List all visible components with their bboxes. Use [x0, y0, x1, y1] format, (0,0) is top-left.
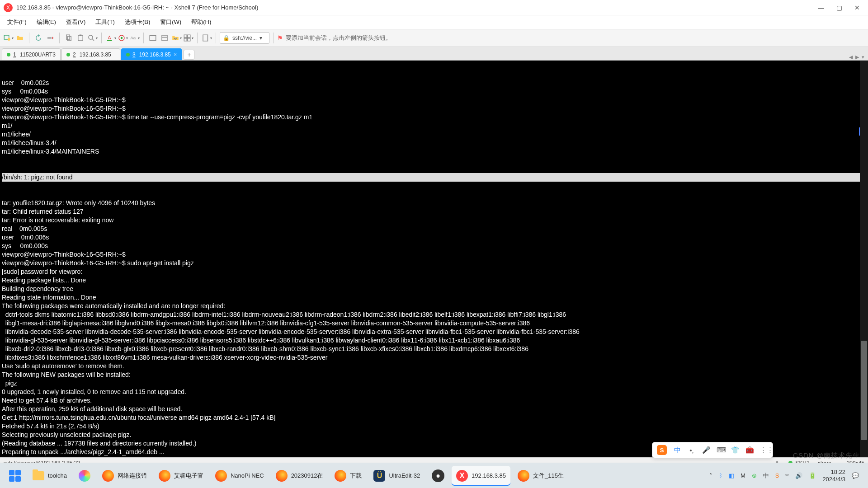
tray-bluetooth-icon[interactable]: ᛒ [719, 472, 722, 479]
taskbar-firefox-4[interactable]: 20230912在 [271, 466, 328, 486]
tray-wechat-icon[interactable]: ⊚ [752, 472, 757, 479]
taskbar-firefox-3[interactable]: NanoPi NEC [211, 466, 269, 486]
status-dot-icon [66, 53, 70, 56]
open-session-button[interactable] [14, 33, 25, 43]
tray-notifications-icon[interactable]: 💬 [852, 472, 859, 479]
tray-clock[interactable]: 18:22 2024/4/3 [822, 469, 845, 483]
tray-wifi-icon[interactable]: ⌔ [785, 472, 789, 479]
taskbar-firefox-5[interactable]: 下载 [330, 466, 366, 486]
tab-close-icon[interactable]: × [174, 51, 177, 58]
file-transfer-button[interactable]: ▾ [171, 33, 182, 43]
terminal-line: viewpro@viewpro-ThinkBook-16-G5-IRH:~$ [2, 104, 866, 113]
terminal-line: tar: youfile1820.tar.gz: Wrote only 4096… [2, 199, 866, 207]
copy-button[interactable] [63, 33, 74, 43]
ime-lang-toggle[interactable]: 中 [673, 446, 681, 455]
taskbar-label: 下载 [350, 472, 362, 480]
start-button[interactable] [5, 466, 25, 486]
ime-voice-icon[interactable]: 🎤 [702, 446, 710, 454]
taskbar-firefox-2[interactable]: 艾睿电子官 [154, 466, 208, 486]
scrollbar-thumb[interactable] [861, 341, 867, 440]
terminal-line: m1/lichee/linux-3.4/MAINTAINERS [2, 147, 866, 156]
menu-tabs[interactable]: 选项卡(B) [120, 17, 155, 28]
svg-rect-17 [184, 38, 187, 41]
menu-edit[interactable]: 编辑(E) [32, 17, 61, 28]
search-button[interactable]: ▾ [87, 33, 98, 43]
tray-ime-icon[interactable]: 中 [763, 472, 769, 480]
taskbar-firefox-6[interactable]: 文件_115生 [513, 466, 568, 486]
ime-toolbar[interactable]: S 中 •, 🎤 ⌨ 👕 🧰 ⋮⋮ [652, 442, 773, 458]
ime-keyboard-icon[interactable]: ⌨ [717, 446, 725, 454]
minimize-button[interactable]: — [817, 4, 825, 11]
maximize-button[interactable]: ▢ [835, 4, 843, 11]
terminal-line: dctrl-tools dkms libatomic1:i386 libbsd0… [2, 310, 866, 319]
script-button[interactable]: ▾ [201, 33, 212, 43]
ime-more-icon[interactable]: ⋮⋮ [760, 446, 768, 454]
session-tab-1[interactable]: 1 115200UART3 [2, 48, 61, 60]
tray-mail-icon[interactable]: M [741, 472, 745, 479]
highlight-button[interactable]: ▾ [117, 33, 128, 43]
taskbar-firefox-1[interactable]: 网络连接错 [98, 466, 151, 486]
tray-battery-icon[interactable]: 🔋 [809, 472, 816, 479]
terminal-line: user 0m0.006s [2, 233, 866, 242]
terminal-line: tar: Error is not recoverable: exiting n… [2, 216, 866, 225]
tray-expand-icon[interactable]: ˄ [709, 472, 712, 479]
tab-prev-icon[interactable]: ◀ [849, 54, 853, 60]
tray-app-icon[interactable]: ◧ [729, 472, 734, 479]
taskbar-label: 192.168.3.85 [472, 472, 506, 479]
taskbar-label: NanoPi NEC [231, 472, 264, 479]
new-session-button[interactable]: ▾ [3, 33, 14, 43]
menu-view[interactable]: 查看(V) [61, 17, 90, 28]
menu-help[interactable]: 帮助(H) [187, 17, 216, 28]
font-color-button[interactable]: A▾ [105, 33, 116, 43]
tab-list-icon[interactable]: ▾ [862, 54, 864, 60]
taskbar-label: UltraEdit-32 [389, 472, 420, 479]
menu-tools[interactable]: 工具(T) [91, 17, 119, 28]
ultraedit-icon: Ü [373, 470, 385, 482]
properties-button[interactable] [159, 33, 170, 43]
terminal-line: Get:1 http://mirrors.tuna.tsinghua.edu.c… [2, 413, 866, 422]
terminal-pane[interactable]: user 0m0.002ssys 0m0.004sviewpro@viewpro… [0, 61, 868, 457]
tab-number: 1 [13, 52, 16, 58]
new-tab-button[interactable]: + [184, 50, 194, 60]
taskbar-ultraedit[interactable]: ÜUltraEdit-32 [369, 466, 425, 486]
font-button[interactable]: Aa▾ [129, 33, 140, 43]
taskbar-label: toolcha [48, 472, 67, 479]
taskbar-paint[interactable] [74, 466, 95, 486]
terminal-line: Reading state information... Done [2, 293, 866, 302]
taskbar-xshell[interactable]: X192.168.3.85 [452, 466, 510, 486]
firefox-icon [159, 470, 170, 482]
ime-skin-icon[interactable]: 👕 [731, 446, 739, 454]
ime-punct-icon[interactable]: •, [688, 446, 696, 454]
disconnect-button[interactable] [45, 33, 56, 43]
address-dropdown-icon[interactable]: ▾ [259, 35, 262, 41]
terminal-line: 0 upgraded, 1 newly installed, 0 to remo… [2, 388, 866, 396]
highlighted-line: /bin/sh: 1: pigz: not found [2, 173, 866, 182]
address-text: ssh://vie... [232, 35, 257, 41]
lock-icon: 🔒 [223, 35, 230, 41]
local-shell-button[interactable] [147, 33, 158, 43]
terminal-scrollbar[interactable] [860, 61, 868, 457]
layout-button[interactable]: ▾ [183, 33, 193, 43]
terminal-line: libnvidia-decode-535-server libnvidia-de… [2, 328, 866, 336]
reconnect-button[interactable] [33, 33, 44, 43]
toolbar: ▾ ▾ A▾ ▾ Aa▾ ▾ ▾ ▾ 🔒 ssh://vie... ▾ ⚑ 要添… [0, 29, 868, 47]
sogou-icon[interactable]: S [657, 445, 667, 455]
taskbar-explorer[interactable]: toolcha [28, 466, 71, 486]
session-tab-2[interactable]: 2 192.168.3.85 [61, 48, 120, 60]
tray-sogou-icon[interactable]: S [775, 472, 779, 479]
tray-volume-icon[interactable]: 🔊 [795, 472, 802, 479]
firefox-icon [335, 470, 346, 482]
paste-button[interactable] [75, 33, 86, 43]
address-box[interactable]: 🔒 ssh://vie... ▾ [220, 32, 269, 44]
clock-date: 2024/4/3 [822, 476, 845, 483]
ime-tools-icon[interactable]: 🧰 [745, 446, 754, 454]
toolbar-separator [216, 33, 216, 43]
menu-file[interactable]: 文件(F) [3, 17, 31, 28]
terminal-line: tar: Child returned status 127 [2, 207, 866, 216]
taskbar-app[interactable]: ● [427, 466, 449, 486]
menu-window[interactable]: 窗口(W) [156, 17, 186, 28]
svg-rect-16 [187, 35, 190, 38]
tab-next-icon[interactable]: ▶ [855, 54, 859, 60]
close-button[interactable]: ✕ [854, 4, 861, 11]
session-tab-3[interactable]: 3 192.168.3.85 × [121, 48, 182, 60]
